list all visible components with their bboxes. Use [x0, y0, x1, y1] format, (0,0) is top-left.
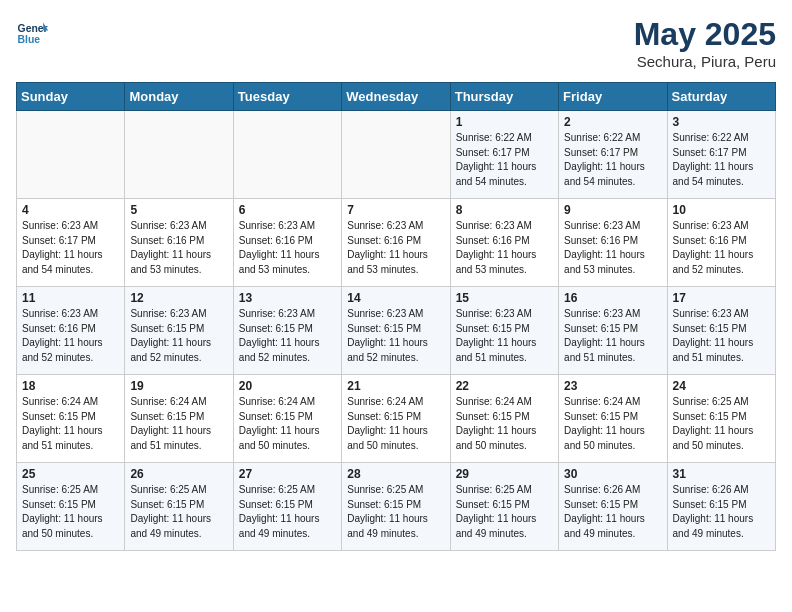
day-info: Sunrise: 6:24 AM Sunset: 6:15 PM Dayligh…	[456, 395, 553, 453]
calendar-cell: 6Sunrise: 6:23 AM Sunset: 6:16 PM Daylig…	[233, 199, 341, 287]
calendar-cell: 16Sunrise: 6:23 AM Sunset: 6:15 PM Dayli…	[559, 287, 667, 375]
day-number: 24	[673, 379, 770, 393]
day-info: Sunrise: 6:23 AM Sunset: 6:16 PM Dayligh…	[347, 219, 444, 277]
month-title: May 2025	[634, 16, 776, 53]
calendar-cell: 25Sunrise: 6:25 AM Sunset: 6:15 PM Dayli…	[17, 463, 125, 551]
header-friday: Friday	[559, 83, 667, 111]
calendar-cell: 7Sunrise: 6:23 AM Sunset: 6:16 PM Daylig…	[342, 199, 450, 287]
title-block: May 2025 Sechura, Piura, Peru	[634, 16, 776, 70]
calendar-cell: 2Sunrise: 6:22 AM Sunset: 6:17 PM Daylig…	[559, 111, 667, 199]
day-number: 31	[673, 467, 770, 481]
day-number: 12	[130, 291, 227, 305]
day-info: Sunrise: 6:25 AM Sunset: 6:15 PM Dayligh…	[22, 483, 119, 541]
calendar-cell: 3Sunrise: 6:22 AM Sunset: 6:17 PM Daylig…	[667, 111, 775, 199]
day-number: 8	[456, 203, 553, 217]
calendar-cell: 20Sunrise: 6:24 AM Sunset: 6:15 PM Dayli…	[233, 375, 341, 463]
day-number: 4	[22, 203, 119, 217]
day-info: Sunrise: 6:25 AM Sunset: 6:15 PM Dayligh…	[456, 483, 553, 541]
day-number: 26	[130, 467, 227, 481]
day-info: Sunrise: 6:23 AM Sunset: 6:16 PM Dayligh…	[130, 219, 227, 277]
day-number: 21	[347, 379, 444, 393]
calendar-cell: 4Sunrise: 6:23 AM Sunset: 6:17 PM Daylig…	[17, 199, 125, 287]
day-info: Sunrise: 6:22 AM Sunset: 6:17 PM Dayligh…	[673, 131, 770, 189]
day-number: 23	[564, 379, 661, 393]
day-info: Sunrise: 6:23 AM Sunset: 6:17 PM Dayligh…	[22, 219, 119, 277]
day-number: 30	[564, 467, 661, 481]
day-info: Sunrise: 6:23 AM Sunset: 6:15 PM Dayligh…	[130, 307, 227, 365]
calendar-cell: 30Sunrise: 6:26 AM Sunset: 6:15 PM Dayli…	[559, 463, 667, 551]
logo: General Blue	[16, 16, 48, 48]
day-number: 5	[130, 203, 227, 217]
day-number: 25	[22, 467, 119, 481]
calendar-cell: 22Sunrise: 6:24 AM Sunset: 6:15 PM Dayli…	[450, 375, 558, 463]
calendar-cell: 23Sunrise: 6:24 AM Sunset: 6:15 PM Dayli…	[559, 375, 667, 463]
day-number: 1	[456, 115, 553, 129]
day-info: Sunrise: 6:22 AM Sunset: 6:17 PM Dayligh…	[456, 131, 553, 189]
day-info: Sunrise: 6:23 AM Sunset: 6:16 PM Dayligh…	[673, 219, 770, 277]
day-number: 7	[347, 203, 444, 217]
page-header: General Blue May 2025 Sechura, Piura, Pe…	[16, 16, 776, 70]
calendar-cell	[125, 111, 233, 199]
calendar-cell: 8Sunrise: 6:23 AM Sunset: 6:16 PM Daylig…	[450, 199, 558, 287]
day-number: 15	[456, 291, 553, 305]
calendar-cell	[17, 111, 125, 199]
calendar-cell	[342, 111, 450, 199]
calendar-cell: 28Sunrise: 6:25 AM Sunset: 6:15 PM Dayli…	[342, 463, 450, 551]
calendar-cell: 5Sunrise: 6:23 AM Sunset: 6:16 PM Daylig…	[125, 199, 233, 287]
day-number: 29	[456, 467, 553, 481]
day-info: Sunrise: 6:23 AM Sunset: 6:15 PM Dayligh…	[239, 307, 336, 365]
day-number: 2	[564, 115, 661, 129]
calendar-week-1: 1Sunrise: 6:22 AM Sunset: 6:17 PM Daylig…	[17, 111, 776, 199]
header-tuesday: Tuesday	[233, 83, 341, 111]
header-sunday: Sunday	[17, 83, 125, 111]
header-monday: Monday	[125, 83, 233, 111]
calendar-cell: 17Sunrise: 6:23 AM Sunset: 6:15 PM Dayli…	[667, 287, 775, 375]
calendar-cell: 21Sunrise: 6:24 AM Sunset: 6:15 PM Dayli…	[342, 375, 450, 463]
day-info: Sunrise: 6:25 AM Sunset: 6:15 PM Dayligh…	[130, 483, 227, 541]
subtitle: Sechura, Piura, Peru	[634, 53, 776, 70]
day-number: 20	[239, 379, 336, 393]
day-number: 22	[456, 379, 553, 393]
day-info: Sunrise: 6:23 AM Sunset: 6:15 PM Dayligh…	[347, 307, 444, 365]
calendar-cell: 12Sunrise: 6:23 AM Sunset: 6:15 PM Dayli…	[125, 287, 233, 375]
calendar-week-2: 4Sunrise: 6:23 AM Sunset: 6:17 PM Daylig…	[17, 199, 776, 287]
day-info: Sunrise: 6:23 AM Sunset: 6:15 PM Dayligh…	[564, 307, 661, 365]
logo-icon: General Blue	[16, 16, 48, 48]
day-info: Sunrise: 6:23 AM Sunset: 6:16 PM Dayligh…	[22, 307, 119, 365]
calendar-cell: 19Sunrise: 6:24 AM Sunset: 6:15 PM Dayli…	[125, 375, 233, 463]
calendar-cell: 10Sunrise: 6:23 AM Sunset: 6:16 PM Dayli…	[667, 199, 775, 287]
day-number: 11	[22, 291, 119, 305]
calendar-cell: 24Sunrise: 6:25 AM Sunset: 6:15 PM Dayli…	[667, 375, 775, 463]
svg-text:Blue: Blue	[18, 34, 41, 45]
day-number: 17	[673, 291, 770, 305]
calendar-cell: 27Sunrise: 6:25 AM Sunset: 6:15 PM Dayli…	[233, 463, 341, 551]
day-number: 3	[673, 115, 770, 129]
day-info: Sunrise: 6:23 AM Sunset: 6:16 PM Dayligh…	[456, 219, 553, 277]
calendar-cell: 31Sunrise: 6:26 AM Sunset: 6:15 PM Dayli…	[667, 463, 775, 551]
calendar-cell: 18Sunrise: 6:24 AM Sunset: 6:15 PM Dayli…	[17, 375, 125, 463]
calendar-cell: 26Sunrise: 6:25 AM Sunset: 6:15 PM Dayli…	[125, 463, 233, 551]
day-info: Sunrise: 6:24 AM Sunset: 6:15 PM Dayligh…	[22, 395, 119, 453]
day-info: Sunrise: 6:23 AM Sunset: 6:15 PM Dayligh…	[673, 307, 770, 365]
header-thursday: Thursday	[450, 83, 558, 111]
calendar-table: SundayMondayTuesdayWednesdayThursdayFrid…	[16, 82, 776, 551]
day-info: Sunrise: 6:26 AM Sunset: 6:15 PM Dayligh…	[673, 483, 770, 541]
calendar-cell: 14Sunrise: 6:23 AM Sunset: 6:15 PM Dayli…	[342, 287, 450, 375]
day-number: 6	[239, 203, 336, 217]
day-number: 19	[130, 379, 227, 393]
calendar-cell: 11Sunrise: 6:23 AM Sunset: 6:16 PM Dayli…	[17, 287, 125, 375]
day-number: 10	[673, 203, 770, 217]
day-info: Sunrise: 6:23 AM Sunset: 6:15 PM Dayligh…	[456, 307, 553, 365]
day-info: Sunrise: 6:24 AM Sunset: 6:15 PM Dayligh…	[564, 395, 661, 453]
calendar-cell: 29Sunrise: 6:25 AM Sunset: 6:15 PM Dayli…	[450, 463, 558, 551]
calendar-header-row: SundayMondayTuesdayWednesdayThursdayFrid…	[17, 83, 776, 111]
day-number: 16	[564, 291, 661, 305]
day-info: Sunrise: 6:25 AM Sunset: 6:15 PM Dayligh…	[347, 483, 444, 541]
day-info: Sunrise: 6:22 AM Sunset: 6:17 PM Dayligh…	[564, 131, 661, 189]
day-info: Sunrise: 6:24 AM Sunset: 6:15 PM Dayligh…	[239, 395, 336, 453]
calendar-cell: 9Sunrise: 6:23 AM Sunset: 6:16 PM Daylig…	[559, 199, 667, 287]
day-info: Sunrise: 6:24 AM Sunset: 6:15 PM Dayligh…	[347, 395, 444, 453]
day-number: 18	[22, 379, 119, 393]
header-wednesday: Wednesday	[342, 83, 450, 111]
day-number: 9	[564, 203, 661, 217]
